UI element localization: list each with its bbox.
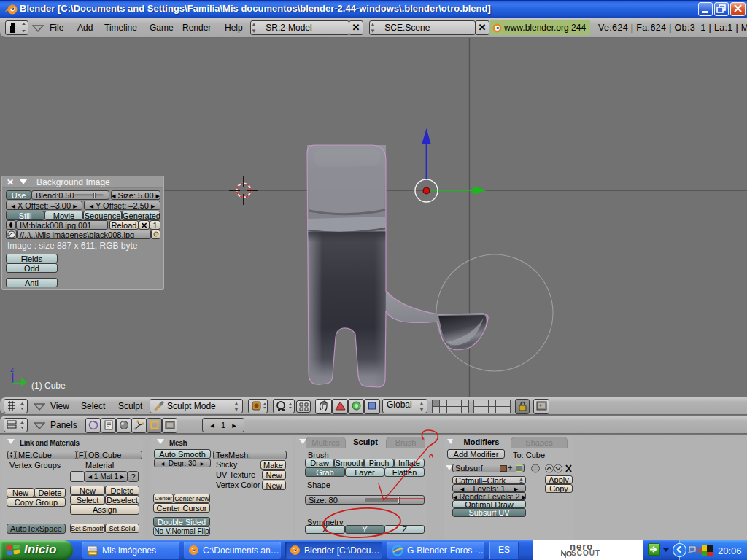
svg-text:z: z bbox=[10, 365, 15, 373]
svg-text:(1) Cube: (1) Cube bbox=[31, 381, 66, 391]
